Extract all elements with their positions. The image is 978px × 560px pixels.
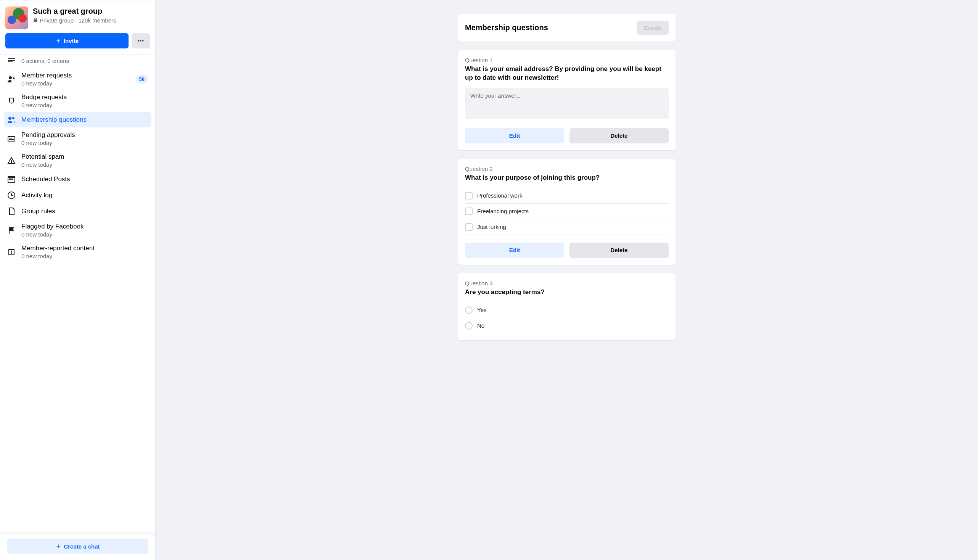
flag-icon xyxy=(7,226,16,235)
ellipsis-icon xyxy=(137,37,145,45)
group-meta: Private group · 120k members xyxy=(33,17,117,23)
plus-icon xyxy=(55,38,62,44)
sidebar-item-member-requests[interactable]: Member requests 0 new today 58 xyxy=(4,69,152,90)
main-content[interactable]: Membership questions Create Question 1 W… xyxy=(156,0,978,560)
calendar-icon xyxy=(7,175,16,184)
edit-button[interactable]: Edit xyxy=(465,128,564,143)
svg-point-2 xyxy=(142,40,143,41)
sidebar-item-badge-requests[interactable]: Badge requests 0 new today xyxy=(4,90,152,112)
checkbox-icon xyxy=(465,223,473,231)
checkbox-option[interactable]: Just lurking xyxy=(465,219,669,235)
sidebar-item-flagged[interactable]: Flagged by Facebook 0 new today xyxy=(4,220,152,241)
question-number: Question 3 xyxy=(465,280,669,287)
checkbox-option[interactable]: Freelancing projects xyxy=(465,204,669,219)
question-number: Question 1 xyxy=(465,57,669,63)
sidebar-item-group-rules[interactable]: Group rules xyxy=(4,204,152,219)
sidebar-item-scheduled-posts[interactable]: Scheduled Posts xyxy=(4,172,152,187)
answer-input[interactable] xyxy=(465,88,669,119)
create-question-button[interactable]: Create xyxy=(637,21,669,35)
radio-icon xyxy=(465,322,473,330)
question-text: What is your email address? By providing… xyxy=(465,65,669,82)
radio-option[interactable]: Yes xyxy=(465,302,669,318)
page-title: Membership questions xyxy=(465,23,548,32)
group-members: 120k members xyxy=(78,17,116,23)
report-icon xyxy=(7,248,16,257)
sidebar-item-membership-questions[interactable]: Membership questions xyxy=(4,112,152,127)
group-name: Such a great group xyxy=(33,7,117,16)
svg-point-1 xyxy=(140,40,141,41)
delete-button[interactable]: Delete xyxy=(570,243,669,258)
radio-option[interactable]: No xyxy=(465,318,669,333)
sidebar-item-admin-assist[interactable]: 0 actions, 0 criteria xyxy=(4,56,152,68)
badge-count: 58 xyxy=(135,75,148,83)
more-button[interactable] xyxy=(132,33,150,48)
questions-icon xyxy=(7,115,16,124)
sidebar-item-pending-approvals[interactable]: Pending approvals 0 new today xyxy=(4,128,152,149)
sidebar-item-potential-spam[interactable]: Potential spam 0 new today xyxy=(4,150,152,171)
lock-icon xyxy=(33,17,38,23)
invite-button[interactable]: Invite xyxy=(5,33,128,48)
question-card-1: Question 1 What is your email address? B… xyxy=(458,50,675,150)
title-card: Membership questions Create xyxy=(458,14,675,42)
delete-button[interactable]: Delete xyxy=(570,128,669,143)
question-card-2: Question 2 What is your purpose of joini… xyxy=(458,159,675,265)
member-requests-icon xyxy=(7,75,16,84)
sidebar-item-member-reported[interactable]: Member-reported content 0 new today xyxy=(4,242,152,262)
edit-button[interactable]: Edit xyxy=(465,243,564,258)
spam-icon xyxy=(7,156,16,165)
create-chat-button[interactable]: Create a chat xyxy=(7,538,148,554)
svg-point-0 xyxy=(138,40,139,41)
group-avatar[interactable] xyxy=(5,7,28,29)
question-number: Question 2 xyxy=(465,165,669,172)
checkbox-icon xyxy=(465,208,473,215)
question-text: What is your purpose of joining this gro… xyxy=(465,173,669,182)
rules-icon xyxy=(7,207,16,216)
sidebar-item-activity-log[interactable]: Activity log xyxy=(4,188,152,203)
group-header: Such a great group Private group · 120k … xyxy=(0,0,155,33)
checkbox-option[interactable]: Professional work xyxy=(465,188,669,204)
clock-icon xyxy=(7,191,16,200)
badge-icon xyxy=(7,97,16,106)
plus-icon xyxy=(55,543,62,549)
checkbox-icon xyxy=(465,192,473,200)
radio-icon xyxy=(465,306,473,314)
sidebar-nav[interactable]: 0 actions, 0 criteria Member requests 0 … xyxy=(0,55,155,535)
pending-icon xyxy=(7,134,16,143)
question-text: Are you accepting terms? xyxy=(465,288,669,297)
assist-icon xyxy=(7,56,16,65)
question-card-3: Question 3 Are you accepting terms? Yes … xyxy=(458,273,675,340)
group-privacy: Private group xyxy=(40,17,73,23)
sidebar: Such a great group Private group · 120k … xyxy=(0,0,156,560)
